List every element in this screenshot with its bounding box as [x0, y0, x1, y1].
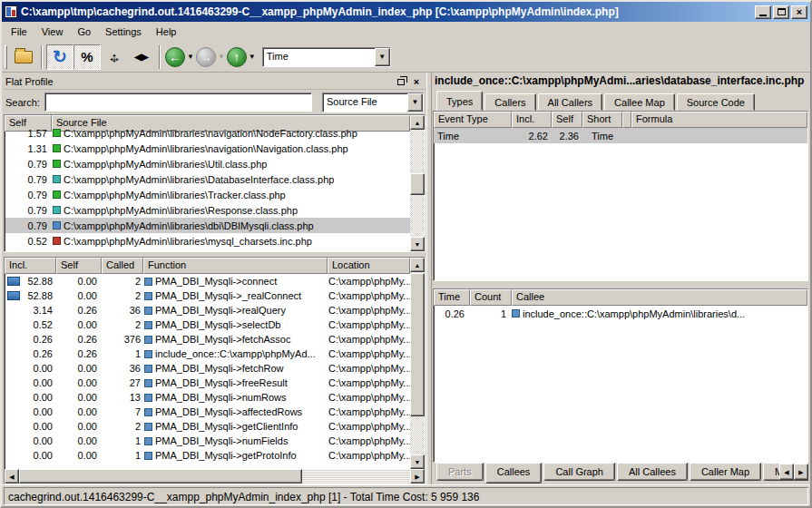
back-dropdown-caret[interactable]: ▼	[187, 53, 194, 61]
event-type-selector[interactable]: Time ▼	[262, 47, 391, 67]
scroll-down-button[interactable]: ▼	[410, 454, 425, 469]
tab-callers[interactable]: Callers	[484, 93, 535, 111]
open-file-button[interactable]	[10, 44, 37, 70]
table-row[interactable]: 0.000.002PMA_DBI_Mysqli->getClientInfoC:…	[5, 419, 410, 434]
scrollbar-thumb[interactable]	[19, 469, 302, 484]
called-value: 7	[103, 406, 144, 417]
event-types-table: Event Type Incl. Self Short Formula Time…	[433, 111, 808, 281]
tab-scroll-right-button[interactable]: ▶	[794, 464, 808, 480]
forward-dropdown-caret[interactable]: ▼	[218, 53, 225, 61]
horizontal-scrollbar[interactable]: ◀	[5, 469, 410, 484]
vertical-scrollbar[interactable]: ▲ ▼	[410, 258, 425, 469]
title-bar[interactable]: C:\xampp\tmp\cachegrind.out.1416463299-C…	[2, 2, 810, 22]
table-row[interactable]: 0.000.0036PMA_DBI_Mysqli->fetchRowC:\xam…	[5, 361, 410, 376]
table-row[interactable]: 0.79C:\xampp\phpMyAdmin\libraries\Databa…	[5, 171, 410, 187]
tab-types[interactable]: Types	[436, 91, 483, 111]
tab-parts[interactable]: Parts	[436, 463, 484, 481]
column-header-called[interactable]: Called	[102, 258, 143, 274]
scroll-up-button[interactable]: ▲	[410, 115, 425, 130]
table-row[interactable]: 52.880.002PMA_DBI_Mysqli->_realConnectC:…	[5, 288, 410, 303]
column-header-function[interactable]: Function	[143, 258, 328, 274]
table-row[interactable]: 0.260.26376PMA_DBI_Mysqli->fetchAssocC:\…	[5, 332, 410, 347]
tab-all-callers[interactable]: All Callers	[538, 93, 603, 111]
table-row[interactable]: 0.52C:\xampp\phpMyAdmin\libraries\mysql_…	[5, 233, 410, 249]
column-header-location[interactable]: Location	[328, 258, 410, 274]
tab-scroll-left-button[interactable]: ◀	[779, 464, 794, 480]
table-row[interactable]: 0.260.261include_once::C:\xampp\phpMyAd.…	[5, 347, 410, 361]
menu-view[interactable]: View	[34, 24, 71, 40]
maximize-button[interactable]	[773, 5, 789, 19]
relative-percent-button[interactable]: %	[73, 44, 101, 70]
function-icon	[512, 309, 520, 318]
function-icon	[144, 336, 152, 344]
column-header-self[interactable]: Self	[552, 112, 582, 128]
column-header-time[interactable]: Time	[434, 289, 470, 306]
table-row[interactable]: 0.52C:\xampp\phpMyAdmin\libraries\user_p…	[5, 249, 410, 251]
column-header-event-type[interactable]: Event Type	[434, 112, 512, 128]
dropdown-button[interactable]: ▼	[375, 48, 390, 66]
source-file-path: C:\xampp\phpMyAdmin\libraries\navigation…	[64, 128, 357, 139]
table-row[interactable]: Time 2.62 2.36 Time	[434, 128, 807, 143]
tab-source-code[interactable]: Source Code	[677, 93, 755, 111]
table-row[interactable]: 0.000.0013PMA_DBI_Mysqli->numRowsC:\xamp…	[5, 390, 410, 405]
tab-callee-map[interactable]: Callee Map	[604, 93, 675, 111]
menu-file[interactable]: File	[4, 24, 34, 40]
tab-callees[interactable]: Callees	[485, 463, 543, 484]
table-row[interactable]: 0.000.001PMA_DBI_Mysqli->numFieldsC:\xam…	[5, 434, 410, 448]
close-button[interactable]: ×	[791, 5, 807, 19]
table-row[interactable]: 0.000.0027PMA_DBI_Mysqli->freeResultC:\x…	[5, 376, 410, 390]
table-row[interactable]: 0.000.007PMA_DBI_Mysqli->affectedRowsC:\…	[5, 405, 410, 419]
table-row[interactable]: 52.880.002PMA_DBI_Mysqli->connectC:\xamp…	[5, 274, 410, 288]
up-dropdown-caret[interactable]: ▼	[249, 53, 256, 61]
forward-button[interactable]: →	[196, 47, 216, 67]
vertical-scrollbar[interactable]: ▲ ▼	[410, 115, 425, 251]
up-button[interactable]: ↑	[227, 47, 247, 67]
table-row[interactable]: 1.57C:\xampp\phpMyAdmin\libraries\naviga…	[5, 125, 410, 141]
scrollbar-thumb[interactable]	[410, 173, 425, 195]
cycle-detection-button[interactable]: ↻	[46, 44, 73, 70]
float-panel-button[interactable]	[395, 75, 407, 87]
toolbar-handle[interactable]	[5, 45, 7, 69]
column-header-incl[interactable]: Incl.	[5, 258, 56, 274]
column-header-short[interactable]: Short	[582, 112, 622, 128]
back-button[interactable]: ←	[165, 47, 185, 67]
dropdown-button[interactable]: ▼	[407, 93, 423, 112]
relative-to-parent-button[interactable]: ↔↕	[101, 44, 128, 70]
shorten-templates-button[interactable]: ◀▶	[128, 44, 155, 70]
menu-go[interactable]: Go	[70, 24, 98, 40]
menu-help[interactable]: Help	[149, 24, 184, 40]
short-value: Time	[582, 131, 622, 142]
scroll-down-button[interactable]: ▼	[410, 237, 425, 251]
group-by-selector[interactable]: Source File ▼	[322, 93, 424, 112]
scroll-right-button[interactable]: ▶	[410, 469, 425, 484]
tab-caller-map[interactable]: Caller Map	[690, 463, 761, 481]
table-row[interactable]: 0.26 1 include_once::C:\xampp\phpMyAdmin…	[434, 306, 807, 321]
table-row[interactable]: 0.000.001PMA_DBI_Mysqli->getProtoInfoC:\…	[5, 448, 410, 463]
scroll-left-button[interactable]: ◀	[5, 469, 19, 484]
table-row[interactable]: 0.79C:\xampp\phpMyAdmin\libraries\Tracke…	[5, 187, 410, 202]
horizontal-splitter[interactable]	[433, 281, 808, 288]
menu-settings[interactable]: Settings	[98, 24, 149, 40]
tab-call-graph[interactable]: Call Graph	[543, 463, 615, 481]
location-value: C:\xampp\phpMy...	[328, 319, 410, 330]
table-row[interactable]: 1.31C:\xampp\phpMyAdmin\libraries\naviga…	[5, 141, 410, 156]
column-header-self[interactable]: Self	[56, 258, 102, 274]
table-row[interactable]: 0.79C:\xampp\phpMyAdmin\libraries\Respon…	[5, 202, 410, 218]
column-header-formula[interactable]: Formula	[631, 112, 807, 128]
column-header-callee[interactable]: Callee	[512, 289, 807, 306]
column-header-incl[interactable]: Incl.	[512, 112, 552, 128]
column-header-count[interactable]: Count	[470, 289, 512, 306]
table-row[interactable]: 0.79C:\xampp\phpMyAdmin\libraries\Util.c…	[5, 156, 410, 171]
table-row[interactable]: 0.520.002PMA_DBI_Mysqli->selectDbC:\xamp…	[5, 318, 410, 332]
search-input[interactable]	[45, 93, 311, 111]
table-row[interactable]: 0.79C:\xampp\phpMyAdmin\libraries\dbi\DB…	[5, 218, 410, 233]
scroll-up-button[interactable]: ▲	[410, 258, 425, 272]
function-name: PMA_DBI_Mysqli->_realConnect	[155, 290, 301, 301]
scrollbar-thumb[interactable]	[410, 273, 425, 416]
table-row[interactable]: 3.140.2636PMA_DBI_Mysqli->realQueryC:\xa…	[5, 303, 410, 318]
close-panel-button[interactable]: ×	[410, 75, 423, 87]
minimize-button[interactable]	[755, 5, 771, 19]
function-header: Incl. Self Called Function Location	[5, 258, 410, 274]
tab-all-callees[interactable]: All Callees	[617, 463, 688, 481]
self-value: 0.00	[57, 421, 103, 432]
